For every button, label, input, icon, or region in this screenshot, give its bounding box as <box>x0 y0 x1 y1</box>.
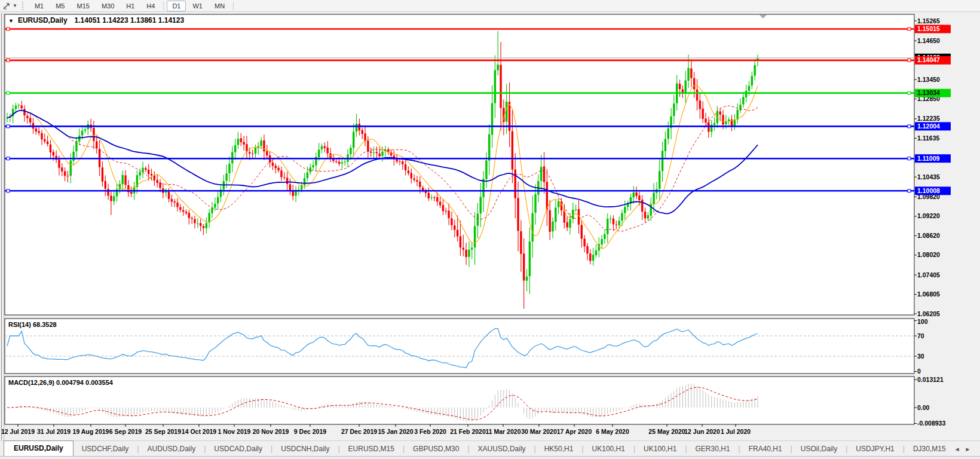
hline-anchor-handle[interactable] <box>908 59 911 62</box>
symbol-tab-USOil-Daily[interactable]: USOil,Daily <box>792 442 846 456</box>
cursor-tool-icon[interactable]: ▼ <box>0 1 20 11</box>
symbol-tab-EURUSD-M15[interactable]: EURUSD,M15 <box>340 442 403 456</box>
hline-anchor-handle[interactable] <box>908 189 911 192</box>
symbol-tab-USDCHF-Daily[interactable]: USDCHF,Daily <box>74 442 137 456</box>
hline-anchor-handle[interactable] <box>908 91 911 94</box>
timeframe-button-H1[interactable]: H1 <box>121 1 140 11</box>
date-tick-label: 20 Nov 2019 <box>253 428 289 435</box>
hline-anchor-handle[interactable] <box>7 59 10 62</box>
rsi-axis: 10070300 <box>914 318 928 375</box>
price-tick-label: 1.09220 <box>917 212 940 219</box>
symbol-tab-DJ30-M15[interactable]: DJ30,M15 <box>905 442 954 456</box>
tab-scroll-left-icon[interactable]: ◄ <box>954 446 965 452</box>
date-tick-label: 27 Dec 2019 <box>341 428 377 435</box>
date-tick-label: 3 Feb 2020 <box>414 428 446 435</box>
symbol-tab-GBPUSD-M30[interactable]: GBPUSD,M30 <box>405 442 467 456</box>
symbol-tab-FRA40-H1[interactable]: FRA40,H1 <box>740 442 791 456</box>
symbol-tab-AUDUSD-Daily[interactable]: AUDUSD,Daily <box>139 442 204 456</box>
price-tick-label: 1.06805 <box>917 290 940 298</box>
timeframe-button-D1[interactable]: D1 <box>167 1 186 11</box>
date-tick-label: 15 Jan 2020 <box>378 428 414 435</box>
chart-menu-caret-icon[interactable]: ▼ <box>8 18 14 24</box>
price-tick-label: 1.06205 <box>917 310 940 317</box>
main-price-pane[interactable] <box>5 14 914 315</box>
rsi-tick-label: 70 <box>917 332 924 339</box>
price-tick-label: 1.14650 <box>917 37 940 44</box>
chart-symbol-label: EURUSD,Daily <box>18 16 68 25</box>
hline-anchor-handle[interactable] <box>7 157 10 160</box>
macd-tick-label: -0.008933 <box>917 420 945 427</box>
tab-scroll-arrows: ◄► <box>954 446 980 456</box>
date-tick-label: 1 Nov 2019 <box>218 428 251 435</box>
hline-anchor-handle[interactable] <box>7 189 10 192</box>
chart-ohlc-values: 1.14051 1.14223 1.13861 1.14123 <box>75 16 185 25</box>
hline-price-label: 1.13034 <box>917 89 940 96</box>
hline-anchor-handle[interactable] <box>908 27 911 30</box>
date-tick-label: 9 Dec 2019 <box>294 428 326 435</box>
hline-price-label: 1.15015 <box>917 25 940 32</box>
date-tick-label: 25 May 2020 <box>648 428 685 435</box>
price-tick-label: 1.13450 <box>917 76 940 83</box>
mt4-window: ▼ M1M5M15M30H1H4D1W1MN 1.152651.146501.1… <box>0 0 980 459</box>
timeframe-button-W1[interactable]: W1 <box>187 1 208 11</box>
price-tick-label: 1.12235 <box>917 115 940 122</box>
rsi-tick-label: 30 <box>917 353 924 360</box>
macd-tick-label: 0.00 <box>917 404 930 411</box>
date-tick-label: 30 Mar 2020 <box>521 428 557 435</box>
hline-anchor-handle[interactable] <box>7 91 10 94</box>
date-axis[interactable]: 12 Jul 201931 Jul 201919 Aug 20196 Sep 2… <box>1 424 751 435</box>
hline-anchor-handle[interactable] <box>7 27 10 30</box>
rsi-indicator-label: RSI(14) 68.3528 <box>8 321 57 328</box>
symbol-tabbar: EURUSD,DailyUSDCHF,Daily|AUDUSD,Daily|US… <box>0 440 980 456</box>
tab-scroll-right-icon[interactable]: ► <box>965 446 976 452</box>
price-tick-label: 1.10435 <box>917 173 940 180</box>
price-tick-label: 1.08020 <box>917 251 940 258</box>
status-strip <box>0 456 980 459</box>
price-tick-label: 1.15265 <box>917 17 940 25</box>
chart-title: ▼EURUSD,Daily 1.14051 1.14223 1.13861 1.… <box>8 16 184 25</box>
timeframe-button-M1[interactable]: M1 <box>29 1 49 11</box>
dropdown-caret-icon[interactable]: ▼ <box>13 3 17 8</box>
hline-price-label: 1.10008 <box>917 187 940 194</box>
symbol-tab-EURUSD-Daily[interactable]: EURUSD,Daily <box>4 440 74 456</box>
timeframe-buttons: M1M5M15M30H1H4D1W1MN <box>29 1 236 11</box>
hline-anchor-handle[interactable] <box>7 125 10 128</box>
price-axis[interactable]: 1.152651.146501.134501.128501.122351.116… <box>914 17 951 317</box>
symbol-tab-XAUUSD-Daily[interactable]: XAUUSD,Daily <box>470 442 534 456</box>
toolbar-separator <box>233 2 234 10</box>
hline-price-label: 1.14047 <box>917 56 940 63</box>
timeframe-button-M30[interactable]: M30 <box>96 1 120 11</box>
date-tick-label: 6 May 2020 <box>596 428 629 435</box>
symbol-tabs: EURUSD,DailyUSDCHF,Daily|AUDUSD,Daily|US… <box>0 440 954 456</box>
symbol-tab-UK100-H1[interactable]: UK100,H1 <box>635 442 685 456</box>
timeframe-button-H4[interactable]: H4 <box>141 1 160 11</box>
symbol-tab-UK100-H1[interactable]: UK100,H1 <box>584 442 633 456</box>
symbol-tab-USDCAD-Daily[interactable]: USDCAD,Daily <box>206 442 271 456</box>
price-tick-label: 1.11635 <box>917 134 940 142</box>
date-tick-label: 25 Sep 2019 <box>145 428 181 435</box>
toolbar-grip[interactable] <box>22 2 25 10</box>
date-tick-label: 21 Feb 2020 <box>450 428 486 435</box>
symbol-tab-HK50-H1[interactable]: HK50,H1 <box>536 442 582 456</box>
symbol-tab-USDJPY-H1[interactable]: USDJPY,H1 <box>847 442 902 456</box>
timeframe-button-MN[interactable]: MN <box>209 1 230 11</box>
price-tick-label: 1.07405 <box>917 271 940 279</box>
chart-canvas[interactable]: 1.152651.146501.134501.128501.122351.116… <box>0 0 980 440</box>
timeframe-toolbar: ▼ M1M5M15M30H1H4D1W1MN <box>0 0 980 12</box>
crosshair-arrows-icon <box>2 2 11 10</box>
rsi-pane[interactable] <box>5 319 914 374</box>
hline-price-label: 1.12004 <box>917 123 940 130</box>
date-tick-label: 11 Mar 2020 <box>486 428 521 435</box>
symbol-tab-USDCNH-Daily[interactable]: USDCNH,Daily <box>272 442 338 456</box>
symbol-tab-GER30-H1[interactable]: GER30,H1 <box>687 442 739 456</box>
hline-anchor-handle[interactable] <box>908 157 911 160</box>
macd-axis: 0.0131210.00-0.008933 <box>914 376 945 427</box>
timeframe-button-M5[interactable]: M5 <box>50 1 70 11</box>
toolbar-separator <box>163 2 164 10</box>
date-tick-label: 12 Jun 2020 <box>684 428 720 435</box>
macd-tick-label: 0.013121 <box>917 376 944 383</box>
hline-anchor-handle[interactable] <box>908 125 911 128</box>
timeframe-button-M15[interactable]: M15 <box>71 1 94 11</box>
rsi-tick-label: 0 <box>917 368 921 375</box>
date-tick-label: 19 Aug 2019 <box>73 428 109 435</box>
